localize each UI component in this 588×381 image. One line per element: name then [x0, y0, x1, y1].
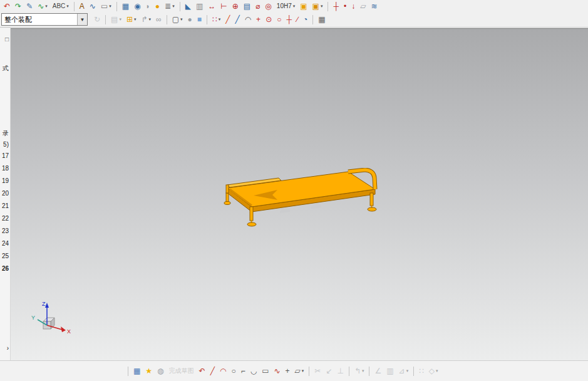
dropdown-arrow-icon[interactable]: ▾	[45, 4, 48, 9]
data-table-icon[interactable]: ▦	[316, 14, 327, 25]
dropdown-arrow-icon[interactable]: ▾	[149, 17, 152, 22]
model-rail-post[interactable]	[226, 185, 229, 193]
snap-midpoint-icon[interactable]: ╱	[233, 14, 241, 25]
angle-tool-icon[interactable]: ◣	[183, 1, 193, 12]
sew-surface-icon[interactable]: ≋	[369, 1, 379, 12]
dropdown-arrow-icon[interactable]: ▾	[219, 17, 221, 22]
navigator-item[interactable]: 22	[0, 215, 10, 222]
dropdown-arrow-icon[interactable]: ▾	[436, 368, 438, 373]
art-spline-icon[interactable]: ↷	[13, 1, 23, 12]
sphere-tool-icon[interactable]: ◉	[132, 1, 142, 12]
fit-curve-icon[interactable]: ∿▾	[36, 1, 49, 12]
navigator-expand-chevron[interactable]: ›	[0, 345, 10, 352]
orientation-triad[interactable]: Z X Y	[29, 298, 80, 342]
curve-pencil-icon[interactable]: ✎	[24, 1, 34, 12]
abc-annotation-icon[interactable]: ABC▾	[51, 1, 71, 12]
dropdown-arrow-icon[interactable]: ▾	[321, 4, 323, 9]
rectangle-icon[interactable]: ▭	[260, 366, 271, 377]
graphics-viewport[interactable]: Z X Y	[11, 28, 588, 360]
model-foot[interactable]	[247, 222, 256, 226]
navigator-item[interactable]: 25	[0, 253, 10, 260]
sketch-scene-icon[interactable]: ▦	[132, 366, 142, 377]
selection-filter-icon[interactable]: ▢▾	[170, 14, 185, 25]
navigator-item[interactable]: 23	[0, 227, 10, 235]
pin-marker-icon[interactable]: ↓	[349, 1, 357, 12]
navigator-frame-icon[interactable]: □	[0, 36, 10, 43]
model-3d[interactable]	[217, 168, 399, 240]
ruler-icon[interactable]: ▥	[194, 1, 205, 12]
diameter-dimension-icon[interactable]: ⌀	[254, 1, 262, 12]
dropdown-arrow-icon[interactable]: ▾	[180, 17, 183, 22]
profile-icon[interactable]: ↶	[197, 366, 207, 377]
tolerance-combo[interactable]: 10H7▾	[275, 1, 297, 12]
navigator-item[interactable]: 24	[0, 240, 10, 248]
snap-arc-center-icon[interactable]: ⊙	[264, 14, 274, 25]
navigator-item[interactable]: 录	[0, 130, 10, 137]
model-leg[interactable]	[226, 193, 229, 202]
model-leg[interactable]	[370, 193, 373, 206]
snap-intersection-icon[interactable]: +	[254, 14, 262, 25]
label-style-icon[interactable]: ▭▾	[99, 1, 113, 12]
dropdown-arrow-icon[interactable]: ▾	[66, 4, 69, 9]
snap-point-on-face-icon[interactable]: ◔	[301, 14, 309, 25]
sheet-body-icon[interactable]: ▱	[358, 1, 368, 12]
studio-spline-icon[interactable]: ↶	[2, 1, 12, 12]
assembly-scope-combo[interactable]: 整个装配 ▼	[1, 13, 88, 26]
studio-spline-curve-icon[interactable]: ∿	[272, 366, 282, 377]
navigator-item[interactable]: 20	[0, 190, 10, 197]
dropdown-arrow-icon[interactable]: ▾	[362, 368, 364, 373]
navigator-item[interactable]: 17	[0, 152, 10, 160]
target-point-icon[interactable]: ⊕	[230, 1, 240, 12]
model-foot[interactable]	[224, 202, 230, 205]
point-icon[interactable]: +	[284, 366, 292, 377]
point-tool-icon[interactable]: •	[342, 1, 348, 12]
sphere-orange-icon[interactable]: ●	[153, 1, 162, 12]
snap-endpoint-icon[interactable]: ╱	[224, 14, 232, 25]
snap-control-point-icon[interactable]: ◠	[243, 14, 253, 25]
add-component-icon[interactable]: ⊞▾	[125, 14, 138, 25]
dropdown-arrow-icon[interactable]: ▾	[406, 368, 409, 373]
datum-grid-icon[interactable]: ▦	[120, 1, 131, 12]
move-component-icon[interactable]: ↱▾	[140, 14, 153, 25]
dropdown-arrow-icon[interactable]: ▾	[293, 4, 296, 9]
snap-quadrant-icon[interactable]: ○	[275, 14, 283, 25]
surface-text-icon[interactable]: ∿	[88, 1, 98, 12]
dropdown-arrow-icon[interactable]: ▾	[172, 4, 175, 9]
navigator-item[interactable]: 式	[0, 65, 10, 72]
screen-display-icon[interactable]: ▤	[242, 1, 252, 12]
assembly-constraints-icon[interactable]: ∞	[154, 14, 163, 25]
model-leg[interactable]	[250, 207, 253, 221]
navigator-item[interactable]: 26	[0, 265, 10, 273]
navigator-item[interactable]: 5)	[0, 141, 10, 149]
shell-tool-icon[interactable]: ◗	[144, 1, 152, 12]
dropdown-arrow-icon[interactable]: ▾	[119, 17, 121, 22]
extrude-block-icon[interactable]: ▣	[298, 1, 309, 12]
model-foot[interactable]	[368, 207, 376, 211]
fillet-icon[interactable]: ◡	[249, 366, 259, 377]
offset-curve-icon[interactable]: ▱▾	[293, 366, 306, 377]
circle-icon[interactable]: ○	[229, 366, 237, 377]
navigator-item[interactable]: 18	[0, 165, 10, 172]
snap-point-menu-icon[interactable]: ∷▾	[210, 14, 222, 25]
snap-point-on-curve-icon[interactable]: ∕	[295, 14, 300, 25]
linear-dimension-icon[interactable]: ↔	[206, 1, 217, 12]
layer-stack-icon[interactable]: ≣▾	[163, 1, 177, 12]
snap-cube-icon[interactable]: ■	[195, 14, 204, 25]
arc-icon[interactable]: ◠	[218, 366, 228, 377]
distance-dimension-icon[interactable]: ⊢	[219, 1, 229, 12]
arc-corner-icon[interactable]: ⌐	[239, 366, 247, 377]
dropdown-arrow-icon[interactable]: ▾	[302, 368, 304, 373]
dropdown-arrow-icon[interactable]: ▾	[134, 17, 137, 22]
navigator-item[interactable]: 21	[0, 202, 10, 210]
snap-existing-point-icon[interactable]: ┼	[284, 14, 294, 25]
dropdown-arrow-icon[interactable]: ▾	[109, 4, 111, 9]
render-checker-icon[interactable]: ◍	[155, 366, 165, 377]
text-tool-icon[interactable]: A	[78, 1, 86, 12]
combo-dropdown-icon[interactable]: ▼	[77, 14, 87, 25]
datum-axis-icon[interactable]: ┼	[331, 1, 341, 12]
snap-sphere-icon[interactable]: ●	[186, 14, 194, 25]
navigator-item[interactable]: 19	[0, 177, 10, 185]
line-icon[interactable]: ╱	[209, 366, 217, 377]
sketch-star-icon[interactable]: ★	[143, 366, 154, 377]
radial-dimension-icon[interactable]: ◎	[263, 1, 273, 12]
